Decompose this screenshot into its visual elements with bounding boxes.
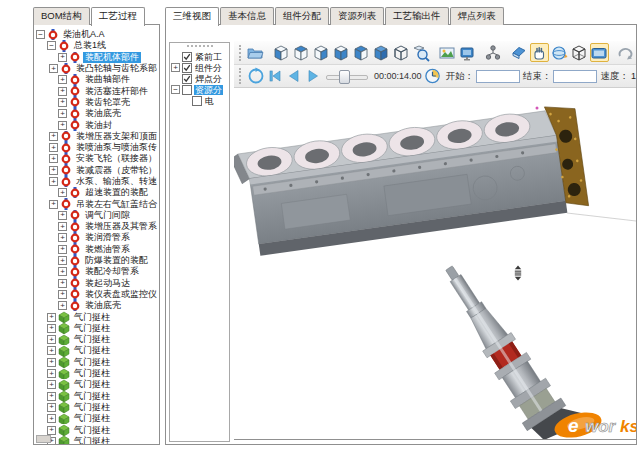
tree-item[interactable]: +装增压器支架和顶面: [34, 131, 159, 142]
collapse-icon[interactable]: −: [36, 30, 45, 39]
tree-item[interactable]: +气门挺柱: [34, 402, 159, 413]
expand-icon[interactable]: +: [58, 121, 67, 130]
checkbox[interactable]: [182, 63, 192, 73]
expand-icon[interactable]: +: [58, 188, 67, 197]
tab-weld-list[interactable]: 焊点列表: [450, 7, 504, 25]
tab-process-output[interactable]: 工艺输出件: [385, 7, 449, 25]
screen-display-button[interactable]: [590, 43, 609, 62]
wireframe-box-button[interactable]: [570, 43, 589, 62]
view-cube-back-button[interactable]: [352, 43, 371, 62]
filter-item[interactable]: +组件分: [170, 62, 229, 73]
tree-item[interactable]: +气门挺柱: [34, 436, 159, 445]
end-input[interactable]: [553, 70, 597, 83]
expand-icon[interactable]: +: [47, 369, 56, 378]
tree-item[interactable]: +装曲轴部件: [34, 74, 159, 85]
toolbar-grip[interactable]: [239, 68, 242, 84]
tab-process[interactable]: 工艺过程: [91, 7, 145, 26]
viewport-3d[interactable]: e wor ks: [234, 88, 636, 440]
expand-icon[interactable]: +: [49, 132, 58, 141]
expand-icon[interactable]: +: [47, 414, 56, 423]
tree-item[interactable]: +水泵、输油泵、转速: [34, 176, 159, 187]
tree-item[interactable]: +装仪表盘或监控仪: [34, 289, 159, 300]
start-input[interactable]: [476, 70, 520, 83]
tree-item[interactable]: +装配机体部件: [34, 52, 159, 63]
tab-basic-info[interactable]: 基本信息: [220, 7, 274, 25]
tree-item[interactable]: +吊装左右气缸盖结合: [34, 198, 159, 209]
expand-icon[interactable]: +: [47, 313, 56, 322]
expand-icon[interactable]: +: [58, 256, 67, 265]
skip-start-button[interactable]: [266, 68, 283, 85]
tree-item[interactable]: +装油底壳: [34, 108, 159, 119]
tree-item[interactable]: +超速装置的装配: [34, 187, 159, 198]
engine-model[interactable]: [234, 103, 589, 258]
view-cube-front-button[interactable]: [332, 43, 351, 62]
pan-hand-button[interactable]: [530, 43, 549, 62]
filter-item[interactable]: 紧前工: [170, 51, 229, 62]
tree-item[interactable]: +装润滑管系: [34, 232, 159, 243]
expand-icon[interactable]: +: [49, 64, 58, 73]
play-button[interactable]: [304, 68, 321, 85]
tree-item[interactable]: +气门挺柱: [34, 391, 159, 402]
tab-3d-view[interactable]: 三维视图: [165, 7, 219, 26]
tree-item[interactable]: +防爆装置的装配: [34, 255, 159, 266]
tree-scrollbar-nub[interactable]: [36, 435, 51, 443]
expand-icon[interactable]: +: [58, 245, 67, 254]
tree-item[interactable]: +气门挺柱: [34, 379, 159, 390]
view-cube-iso-button[interactable]: [372, 43, 391, 62]
tree-item[interactable]: +装凸轮轴与齿轮系部: [34, 63, 159, 74]
process-tree-panel[interactable]: −柴油机A.A−总装1线+装配机体部件+装凸轮轴与齿轮系部+装曲轴部件+装活塞连…: [33, 24, 160, 445]
tree-item[interactable]: +气门挺柱: [34, 334, 159, 345]
expand-icon[interactable]: +: [49, 166, 58, 175]
expand-icon[interactable]: +: [58, 109, 67, 118]
tree-item[interactable]: +装配冷却管系: [34, 266, 159, 277]
tree-item[interactable]: +装油封: [34, 119, 159, 130]
replay-button[interactable]: [247, 68, 264, 85]
expand-icon[interactable]: +: [58, 290, 67, 299]
rotate-globe-button[interactable]: [550, 43, 569, 62]
tree-item[interactable]: +装活塞连杆部件: [34, 85, 159, 96]
filter-item[interactable]: 电: [170, 95, 229, 106]
expand-icon[interactable]: +: [58, 267, 67, 276]
tree-item[interactable]: −总装1线: [34, 40, 159, 51]
speed-value[interactable]: 1: [631, 71, 636, 81]
expand-icon[interactable]: +: [49, 200, 58, 209]
panel-grip[interactable]: [187, 45, 213, 49]
expand-icon[interactable]: +: [49, 143, 58, 152]
toolbar-grip[interactable]: [239, 45, 241, 61]
view-cube-wireframe-button[interactable]: [392, 43, 411, 62]
viewport-monitor-button[interactable]: [458, 43, 477, 62]
step-back-button[interactable]: [285, 68, 302, 85]
expand-icon[interactable]: +: [58, 53, 67, 62]
tree-item[interactable]: −柴油机A.A: [34, 29, 159, 40]
expand-icon[interactable]: +: [47, 335, 56, 344]
tree-item[interactable]: +安装飞轮（联接器）: [34, 153, 159, 164]
tree-item[interactable]: +气门挺柱: [34, 311, 159, 322]
select-region-button[interactable]: [636, 43, 637, 62]
expand-icon[interactable]: +: [58, 211, 67, 220]
expand-icon[interactable]: +: [47, 403, 56, 412]
view-cube-left-button[interactable]: [272, 43, 291, 62]
checkbox[interactable]: [182, 85, 192, 95]
filter-item[interactable]: −资源分: [170, 84, 229, 95]
slider-thumb[interactable]: [339, 70, 350, 84]
checkbox[interactable]: [192, 96, 202, 106]
tree-item[interactable]: +气门挺柱: [34, 323, 159, 334]
collapse-icon[interactable]: −: [171, 85, 180, 94]
expand-icon[interactable]: +: [47, 426, 56, 435]
tree-item[interactable]: +装减震器（皮带轮）: [34, 165, 159, 176]
tab-component-assign[interactable]: 组件分配: [275, 7, 329, 25]
checkbox[interactable]: [182, 52, 192, 62]
timeline-slider[interactable]: [326, 69, 368, 83]
tree-item[interactable]: +气门挺柱: [34, 357, 159, 368]
expand-icon[interactable]: +: [47, 358, 56, 367]
expand-icon[interactable]: +: [58, 222, 67, 231]
tree-item[interactable]: +装油底壳: [34, 300, 159, 311]
expand-icon[interactable]: +: [58, 98, 67, 107]
capture-image-button[interactable]: [438, 43, 457, 62]
filter-checkbox-panel[interactable]: 紧前工+组件分焊点分−资源分电: [169, 42, 230, 442]
expand-icon[interactable]: +: [58, 279, 67, 288]
tree-item[interactable]: +气门挺柱: [34, 368, 159, 379]
tree-item[interactable]: +装增压器及其管系: [34, 221, 159, 232]
expand-icon[interactable]: +: [58, 87, 67, 96]
expand-icon[interactable]: +: [58, 233, 67, 242]
